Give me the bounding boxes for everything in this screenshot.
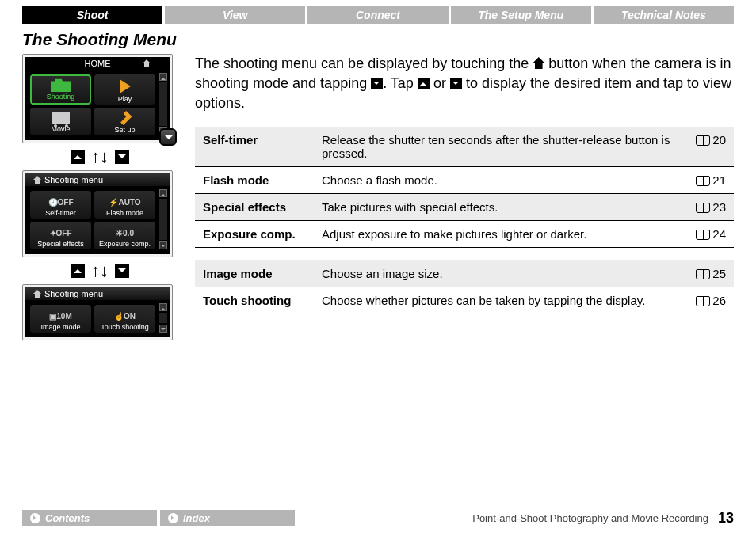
tab-technical-notes[interactable]: Technical Notes	[594, 6, 734, 24]
home-icon	[33, 176, 41, 184]
play-icon	[120, 79, 131, 93]
menu-item-page-ref[interactable]: 26	[686, 287, 734, 314]
exposure-icon: ☀	[116, 229, 123, 238]
illustration-column: HOME Shooting Play Movie Set up ↑↓ Shoot…	[22, 54, 178, 340]
lcd-home-title: HOME	[25, 57, 170, 70]
book-icon	[696, 269, 710, 279]
lcd-cell-shooting: Shooting	[30, 74, 91, 105]
book-icon	[696, 135, 710, 146]
lcd-shooting-menu-2: Shooting menu ▣10MImage mode ☝ONTouch sh…	[22, 284, 173, 340]
book-icon	[696, 203, 710, 213]
effects-icon: ✦	[50, 229, 56, 238]
lcd-cell-flash-mode: ⚡AUTOFlash mode	[94, 191, 155, 219]
lcd-scrollbar	[159, 73, 167, 135]
camera-icon	[51, 78, 71, 92]
lcd-scrollbar	[159, 189, 167, 249]
lcd-cell-self-timer: 🕘OFFSelf-timer	[30, 191, 91, 219]
table-row: Image modeChoose an image size.25	[195, 260, 734, 287]
menu-item-desc: Adjust exposure to make pictures lighter…	[314, 220, 686, 247]
menu-item-desc: Release the shutter ten seconds after th…	[314, 127, 686, 167]
lcd-scrollbar	[159, 303, 167, 333]
menu-item-desc: Choose a flash mode.	[314, 166, 686, 193]
down-arrow-icon	[371, 78, 383, 89]
table-row: Flash modeChoose a flash mode.21	[195, 166, 734, 193]
menu-item-desc: Choose whether pictures can be taken by …	[314, 287, 686, 314]
top-tabs: Shoot View Connect The Setup Menu Techni…	[0, 0, 756, 24]
home-icon	[533, 57, 544, 69]
lcd-cell-play: Play	[94, 74, 155, 105]
arrow-row-1: ↑↓	[22, 150, 178, 164]
lcd-cell-image-mode: ▣10MImage mode	[30, 305, 91, 333]
menu-item-name: Image mode	[195, 260, 314, 287]
menu-item-desc: Take pictures with special effects.	[314, 193, 686, 220]
lcd-shooting-menu-1: Shooting menu 🕘OFFSelf-timer ⚡AUTOFlash …	[22, 170, 173, 257]
tab-shoot[interactable]: Shoot	[22, 6, 162, 24]
menu-item-page-ref[interactable]: 20	[686, 127, 734, 167]
menu-item-page-ref[interactable]: 24	[686, 220, 734, 247]
arrow-circle-icon	[30, 513, 40, 523]
lcd3-title: Shooting menu	[25, 287, 170, 300]
menu-item-name: Self-timer	[195, 127, 314, 167]
menu-item-desc: Choose an image size.	[314, 260, 686, 287]
home-icon	[143, 59, 151, 67]
tab-setup-menu[interactable]: The Setup Menu	[451, 6, 591, 24]
lcd-home: HOME Shooting Play Movie Set up	[22, 54, 173, 143]
intro-paragraph: The shooting menu can be displayed by to…	[195, 54, 734, 114]
arrow-row-2: ↑↓	[22, 264, 178, 278]
tab-connect[interactable]: Connect	[307, 6, 448, 24]
book-icon	[696, 296, 710, 306]
lcd-cell-setup: Set up	[94, 108, 155, 135]
lcd-cell-special-effects: ✦OFFSpecial effects	[30, 222, 91, 249]
table-row: Touch shootingChoose whether pictures ca…	[195, 287, 734, 314]
table-row: Special effectsTake pictures with specia…	[195, 193, 734, 220]
menu-item-page-ref[interactable]: 23	[686, 193, 734, 220]
down-arrow-icon	[115, 264, 129, 278]
menu-item-name: Flash mode	[195, 166, 314, 193]
book-icon	[696, 176, 710, 186]
menu-item-page-ref[interactable]: 21	[686, 166, 734, 193]
touch-icon: ☝	[114, 312, 124, 321]
menu-item-name: Exposure comp.	[195, 220, 314, 247]
arrow-circle-icon	[168, 513, 178, 523]
tab-view[interactable]: View	[165, 6, 305, 24]
page-heading: The Shooting Menu	[0, 24, 756, 54]
lcd-cell-exposure-comp: ☀0.0Exposure comp.	[94, 222, 155, 249]
up-arrow-icon	[71, 150, 85, 164]
lcd2-title: Shooting menu	[25, 173, 170, 186]
menu-item-name: Touch shooting	[195, 287, 314, 314]
wrench-icon	[118, 111, 132, 125]
down-button-highlight	[159, 128, 177, 146]
section-caption: Point-and-Shoot Photography and Movie Re…	[472, 512, 708, 524]
lcd-cell-movie: Movie	[30, 108, 91, 135]
lcd-cell-touch-shooting: ☝ONTouch shooting	[94, 305, 155, 333]
page-footer: Contents Index Point-and-Shoot Photograp…	[22, 510, 734, 526]
contents-button[interactable]: Contents	[22, 510, 157, 526]
down-arrow-icon	[450, 78, 462, 89]
index-button[interactable]: Index	[160, 510, 295, 526]
flash-icon: ⚡	[109, 198, 118, 207]
table-row: Exposure comp.Adjust exposure to make pi…	[195, 220, 734, 247]
updown-arrow-icon: ↑↓	[91, 264, 109, 278]
shooting-menu-table: Self-timerRelease the shutter ten second…	[195, 127, 734, 314]
timer-icon: 🕘	[48, 198, 58, 207]
page-number: 13	[718, 510, 734, 526]
home-icon	[33, 290, 41, 298]
table-row: Self-timerRelease the shutter ten second…	[195, 127, 734, 167]
book-icon	[696, 230, 710, 240]
image-mode-icon: ▣	[49, 312, 56, 321]
menu-item-name: Special effects	[195, 193, 314, 220]
up-arrow-icon	[71, 264, 85, 278]
movie-icon	[52, 112, 70, 124]
down-arrow-icon	[115, 150, 129, 164]
up-arrow-icon	[418, 78, 430, 89]
menu-item-page-ref[interactable]: 25	[686, 260, 734, 287]
updown-arrow-icon: ↑↓	[91, 150, 109, 164]
